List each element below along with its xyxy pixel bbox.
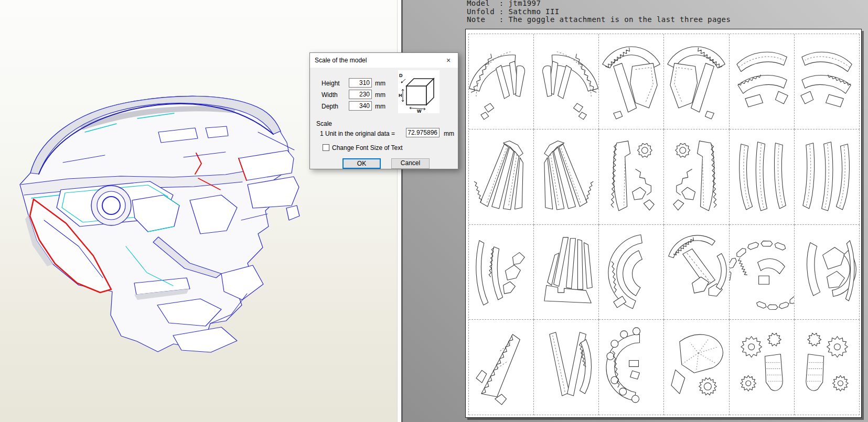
ok-button[interactable]: OK — [342, 158, 381, 169]
unfold-pattern — [599, 225, 663, 320]
unfold-pattern — [664, 320, 728, 415]
change-font-size-label: Change Font Size of Text — [332, 144, 403, 152]
pattern-info-line: Unfold : Satchmo III — [467, 8, 731, 16]
unfold-pattern — [795, 34, 859, 129]
pattern-page[interactable] — [730, 129, 795, 225]
unfold-pattern — [599, 34, 663, 129]
height-label: Height — [322, 80, 340, 87]
pattern-page[interactable] — [664, 225, 729, 320]
depth-unit: mm — [375, 103, 385, 110]
pattern-page[interactable] — [534, 129, 599, 225]
pattern-page[interactable] — [730, 320, 795, 415]
scale-group-label: Scale — [316, 120, 332, 127]
unfold-pattern — [664, 34, 728, 129]
unfold-pattern — [730, 320, 794, 415]
unfold-pattern — [730, 34, 794, 129]
width-unit: mm — [375, 91, 385, 99]
unfold-pattern — [469, 34, 533, 129]
pattern-page[interactable] — [795, 320, 860, 415]
unfold-pattern — [534, 320, 598, 415]
unfold-pattern — [730, 225, 794, 320]
cube-depth-label: D — [399, 73, 403, 78]
pattern-page[interactable] — [664, 34, 729, 129]
depth-input[interactable] — [349, 101, 372, 111]
pattern-page[interactable] — [795, 225, 860, 320]
pattern-page[interactable] — [534, 34, 599, 129]
pattern-page-grid — [468, 34, 860, 415]
pattern-page[interactable] — [599, 225, 664, 320]
pattern-page[interactable] — [664, 320, 729, 415]
unfold-pattern — [469, 225, 533, 320]
pattern-info-line: Model : jtm1997 — [467, 0, 731, 8]
height-input[interactable] — [349, 78, 372, 88]
unfold-pattern — [795, 320, 859, 415]
height-unit: mm — [375, 80, 385, 87]
cube-width-label: W — [417, 109, 422, 113]
unfold-pattern — [795, 129, 859, 224]
cancel-button[interactable]: Cancel — [391, 158, 430, 169]
close-icon[interactable]: × — [442, 55, 455, 66]
pattern-page[interactable] — [599, 129, 664, 225]
cube-height-label: H — [399, 93, 402, 98]
dialog-title-bar[interactable]: Scale of the model — [310, 53, 458, 68]
dimension-cube-illustration: D H W — [398, 70, 440, 113]
pattern-page[interactable] — [730, 34, 795, 129]
unfold-pattern — [599, 129, 663, 224]
pattern-page[interactable] — [599, 34, 664, 129]
unfold-pattern — [534, 225, 598, 320]
unfold-pattern — [534, 129, 598, 224]
pattern-page[interactable] — [599, 320, 664, 415]
pattern-page[interactable] — [795, 129, 860, 225]
pattern-page[interactable] — [664, 129, 729, 225]
depth-label: Depth — [322, 103, 338, 110]
pattern-page[interactable] — [730, 225, 795, 320]
unfold-pattern — [534, 34, 598, 129]
unfold-pattern — [664, 225, 728, 320]
width-input[interactable] — [349, 90, 372, 99]
scale-dialog: Scale of the model × Height mm Width mm … — [309, 52, 458, 169]
unfold-pattern — [795, 225, 859, 320]
unfold-pattern — [730, 129, 794, 224]
width-label: Width — [322, 91, 338, 99]
pattern-info-block: Model : jtm1997 Unfold : Satchmo III Not… — [467, 0, 731, 24]
scale-mm-unit: mm — [444, 130, 454, 137]
scale-value-input[interactable] — [406, 128, 440, 137]
pattern-page[interactable] — [469, 225, 534, 320]
dialog-title: Scale of the model — [315, 57, 367, 64]
pattern-page[interactable] — [469, 320, 534, 415]
unfold-pattern — [469, 129, 533, 224]
pattern-2d-viewport[interactable]: Model : jtm1997 Unfold : Satchmo III Not… — [403, 0, 868, 422]
unfold-pattern — [469, 320, 533, 415]
unfold-pattern — [664, 129, 728, 224]
pattern-page[interactable] — [795, 34, 860, 129]
pattern-page[interactable] — [534, 225, 599, 320]
pattern-page-sheet — [465, 29, 862, 418]
unfold-pattern — [599, 320, 663, 415]
pattern-info-line: Note : The goggle attachment is on the l… — [467, 16, 731, 24]
pattern-page[interactable] — [469, 129, 534, 225]
pattern-page[interactable] — [469, 34, 534, 129]
change-font-size-checkbox[interactable] — [323, 144, 329, 151]
pattern-page[interactable] — [534, 320, 599, 415]
scale-unit-label: 1 Unit in the original data = — [320, 130, 395, 137]
